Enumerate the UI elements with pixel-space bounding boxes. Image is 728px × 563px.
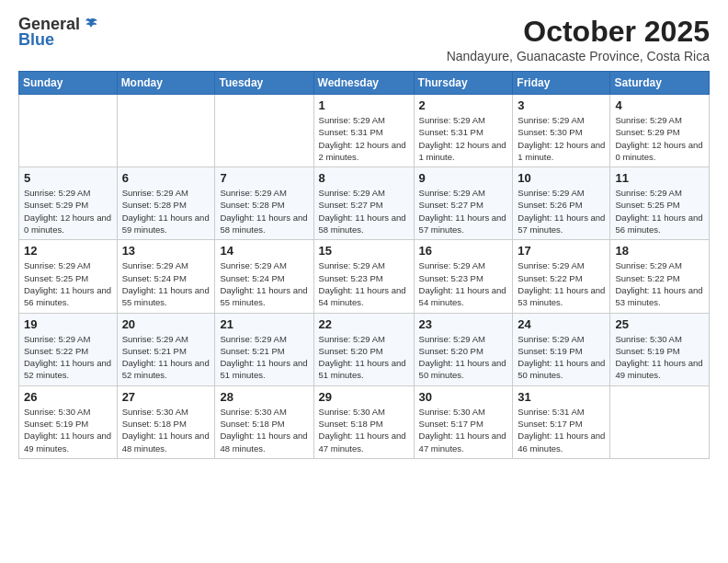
day-info: Sunrise: 5:30 AM Sunset: 5:19 PM Dayligh… xyxy=(24,406,112,454)
day-number: 7 xyxy=(220,171,308,185)
day-number: 25 xyxy=(615,317,704,331)
calendar-cell: 22Sunrise: 5:29 AM Sunset: 5:20 PM Dayli… xyxy=(313,313,414,385)
day-info: Sunrise: 5:29 AM Sunset: 5:31 PM Dayligh… xyxy=(319,114,409,163)
weekday-header: Tuesday xyxy=(215,72,313,95)
day-number: 4 xyxy=(615,98,704,112)
day-info: Sunrise: 5:29 AM Sunset: 5:28 PM Dayligh… xyxy=(122,187,210,236)
day-number: 13 xyxy=(122,244,210,258)
day-number: 8 xyxy=(319,171,409,185)
calendar-cell: 25Sunrise: 5:30 AM Sunset: 5:19 PM Dayli… xyxy=(610,313,710,385)
day-number: 21 xyxy=(220,317,308,331)
calendar-cell: 24Sunrise: 5:29 AM Sunset: 5:19 PM Dayli… xyxy=(513,313,610,385)
day-info: Sunrise: 5:29 AM Sunset: 5:23 PM Dayligh… xyxy=(319,259,409,308)
day-number: 15 xyxy=(319,244,409,258)
calendar-cell: 14Sunrise: 5:29 AM Sunset: 5:24 PM Dayli… xyxy=(215,240,313,313)
day-info: Sunrise: 5:29 AM Sunset: 5:31 PM Dayligh… xyxy=(419,114,508,163)
day-info: Sunrise: 5:29 AM Sunset: 5:22 PM Dayligh… xyxy=(518,259,605,308)
day-number: 18 xyxy=(615,244,704,258)
calendar-cell: 30Sunrise: 5:30 AM Sunset: 5:17 PM Dayli… xyxy=(414,385,513,458)
day-info: Sunrise: 5:29 AM Sunset: 5:25 PM Dayligh… xyxy=(24,259,112,308)
day-number: 2 xyxy=(419,98,508,112)
calendar-cell: 8Sunrise: 5:29 AM Sunset: 5:27 PM Daylig… xyxy=(313,167,414,240)
calendar-cell: 4Sunrise: 5:29 AM Sunset: 5:29 PM Daylig… xyxy=(610,95,710,167)
calendar-cell: 21Sunrise: 5:29 AM Sunset: 5:21 PM Dayli… xyxy=(215,313,313,385)
title-block: October 2025 Nandayure, Guanacaste Provi… xyxy=(447,15,710,63)
day-info: Sunrise: 5:29 AM Sunset: 5:22 PM Dayligh… xyxy=(615,259,704,308)
day-info: Sunrise: 5:29 AM Sunset: 5:28 PM Dayligh… xyxy=(220,187,308,236)
calendar-cell xyxy=(610,385,710,458)
page: General Blue October 2025 Nandayure, Gua… xyxy=(0,0,728,474)
calendar-cell: 1Sunrise: 5:29 AM Sunset: 5:31 PM Daylig… xyxy=(313,95,414,167)
day-number: 12 xyxy=(24,244,112,258)
day-number: 22 xyxy=(319,317,409,331)
day-info: Sunrise: 5:31 AM Sunset: 5:17 PM Dayligh… xyxy=(518,406,605,454)
calendar-cell: 18Sunrise: 5:29 AM Sunset: 5:22 PM Dayli… xyxy=(610,240,710,313)
day-info: Sunrise: 5:30 AM Sunset: 5:18 PM Dayligh… xyxy=(122,406,210,454)
logo-bird-icon xyxy=(82,16,98,32)
calendar-cell: 29Sunrise: 5:30 AM Sunset: 5:18 PM Dayli… xyxy=(313,385,414,458)
calendar-week-row: 26Sunrise: 5:30 AM Sunset: 5:19 PM Dayli… xyxy=(19,385,710,458)
day-number: 24 xyxy=(518,317,605,331)
day-number: 19 xyxy=(24,317,112,331)
day-info: Sunrise: 5:29 AM Sunset: 5:22 PM Dayligh… xyxy=(24,333,112,382)
calendar-cell: 23Sunrise: 5:29 AM Sunset: 5:20 PM Dayli… xyxy=(414,313,513,385)
location-title: Nandayure, Guanacaste Province, Costa Ri… xyxy=(447,49,710,63)
calendar-cell: 9Sunrise: 5:29 AM Sunset: 5:27 PM Daylig… xyxy=(414,167,513,240)
calendar-week-row: 19Sunrise: 5:29 AM Sunset: 5:22 PM Dayli… xyxy=(19,313,710,385)
day-info: Sunrise: 5:30 AM Sunset: 5:17 PM Dayligh… xyxy=(419,406,508,454)
day-number: 28 xyxy=(220,390,308,404)
weekday-header: Saturday xyxy=(610,72,710,95)
day-info: Sunrise: 5:29 AM Sunset: 5:25 PM Dayligh… xyxy=(615,187,704,236)
day-number: 26 xyxy=(24,390,112,404)
weekday-header: Wednesday xyxy=(313,72,414,95)
calendar-cell: 26Sunrise: 5:30 AM Sunset: 5:19 PM Dayli… xyxy=(19,385,118,458)
day-info: Sunrise: 5:29 AM Sunset: 5:20 PM Dayligh… xyxy=(319,333,409,382)
day-number: 27 xyxy=(122,390,210,404)
day-info: Sunrise: 5:29 AM Sunset: 5:19 PM Dayligh… xyxy=(518,333,605,382)
calendar-cell xyxy=(19,95,118,167)
day-number: 14 xyxy=(220,244,308,258)
month-title: October 2025 xyxy=(447,15,710,49)
day-number: 17 xyxy=(518,244,605,258)
calendar-cell: 2Sunrise: 5:29 AM Sunset: 5:31 PM Daylig… xyxy=(414,95,513,167)
day-number: 31 xyxy=(518,390,605,404)
calendar-cell: 13Sunrise: 5:29 AM Sunset: 5:24 PM Dayli… xyxy=(117,240,215,313)
calendar-cell: 27Sunrise: 5:30 AM Sunset: 5:18 PM Dayli… xyxy=(117,385,215,458)
calendar-cell: 3Sunrise: 5:29 AM Sunset: 5:30 PM Daylig… xyxy=(513,95,610,167)
calendar-cell: 20Sunrise: 5:29 AM Sunset: 5:21 PM Dayli… xyxy=(117,313,215,385)
header: General Blue October 2025 Nandayure, Gua… xyxy=(18,15,710,63)
calendar-week-row: 12Sunrise: 5:29 AM Sunset: 5:25 PM Dayli… xyxy=(19,240,710,313)
day-number: 11 xyxy=(615,171,704,185)
calendar-cell: 10Sunrise: 5:29 AM Sunset: 5:26 PM Dayli… xyxy=(513,167,610,240)
calendar-cell: 5Sunrise: 5:29 AM Sunset: 5:29 PM Daylig… xyxy=(19,167,118,240)
calendar-header-row: SundayMondayTuesdayWednesdayThursdayFrid… xyxy=(19,72,710,95)
day-number: 29 xyxy=(319,390,409,404)
day-info: Sunrise: 5:29 AM Sunset: 5:23 PM Dayligh… xyxy=(419,259,508,308)
day-info: Sunrise: 5:29 AM Sunset: 5:21 PM Dayligh… xyxy=(122,333,210,382)
calendar-cell: 16Sunrise: 5:29 AM Sunset: 5:23 PM Dayli… xyxy=(414,240,513,313)
calendar-cell: 12Sunrise: 5:29 AM Sunset: 5:25 PM Dayli… xyxy=(19,240,118,313)
calendar-cell: 15Sunrise: 5:29 AM Sunset: 5:23 PM Dayli… xyxy=(313,240,414,313)
calendar-cell: 7Sunrise: 5:29 AM Sunset: 5:28 PM Daylig… xyxy=(215,167,313,240)
day-info: Sunrise: 5:29 AM Sunset: 5:20 PM Dayligh… xyxy=(419,333,508,382)
calendar-cell: 31Sunrise: 5:31 AM Sunset: 5:17 PM Dayli… xyxy=(513,385,610,458)
calendar-cell: 17Sunrise: 5:29 AM Sunset: 5:22 PM Dayli… xyxy=(513,240,610,313)
day-info: Sunrise: 5:30 AM Sunset: 5:18 PM Dayligh… xyxy=(319,406,409,454)
day-number: 1 xyxy=(319,98,409,112)
day-number: 3 xyxy=(518,98,605,112)
calendar-cell xyxy=(117,95,215,167)
day-number: 5 xyxy=(24,171,112,185)
logo: General Blue xyxy=(18,15,98,50)
day-info: Sunrise: 5:29 AM Sunset: 5:29 PM Dayligh… xyxy=(615,114,704,163)
day-info: Sunrise: 5:29 AM Sunset: 5:27 PM Dayligh… xyxy=(319,187,409,236)
logo-blue-text: Blue xyxy=(18,30,54,50)
weekday-header: Friday xyxy=(513,72,610,95)
calendar-cell: 6Sunrise: 5:29 AM Sunset: 5:28 PM Daylig… xyxy=(117,167,215,240)
day-number: 6 xyxy=(122,171,210,185)
calendar-cell: 11Sunrise: 5:29 AM Sunset: 5:25 PM Dayli… xyxy=(610,167,710,240)
day-info: Sunrise: 5:30 AM Sunset: 5:19 PM Dayligh… xyxy=(615,333,704,382)
day-number: 20 xyxy=(122,317,210,331)
calendar-cell xyxy=(215,95,313,167)
day-number: 9 xyxy=(419,171,508,185)
day-info: Sunrise: 5:29 AM Sunset: 5:24 PM Dayligh… xyxy=(220,259,308,308)
